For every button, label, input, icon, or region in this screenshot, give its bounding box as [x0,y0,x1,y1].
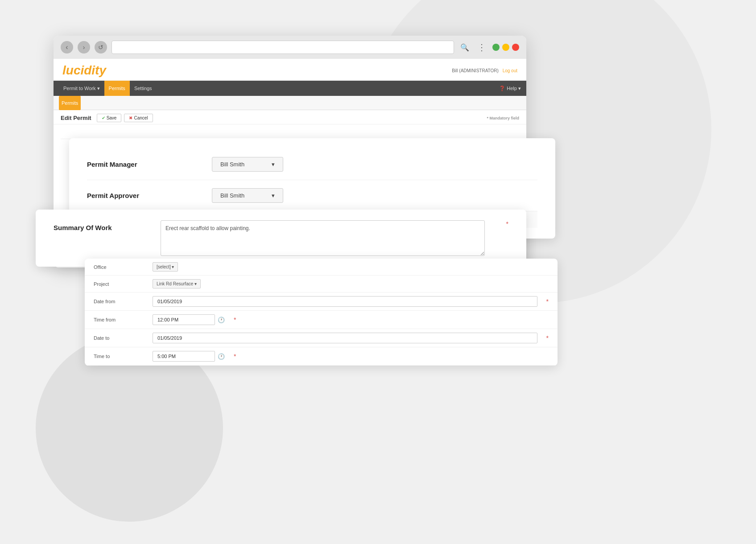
office-row: Office [select] ▾ [85,259,558,276]
nav-bar: Permit to Work ▾ Permits Settings ❓ Help… [54,81,526,96]
time-from-row: Time from 🕐 * [85,311,558,329]
time-from-required: * [234,316,236,323]
date-from-required: * [546,298,549,305]
office-label: Office [94,264,147,270]
time-to-label: Time to [94,354,147,359]
project-row: Project Link Rd Resurface ▾ [85,276,558,293]
permit-approver-label: Permit Approver [87,192,212,199]
browser-menu-icon[interactable]: ⋮ [475,41,488,54]
refresh-button[interactable]: ↺ [95,41,107,54]
forward-button[interactable]: › [78,41,90,54]
time-to-row: Time to 🕐 * [85,347,558,366]
browser-search-icon: 🔍 [459,41,471,54]
clock-icon-from: 🕐 [218,317,225,323]
office-dropdown[interactable]: [select] ▾ [153,262,178,272]
app-header: lucidity Bill (ADMINISTRATOR) Log out [54,59,526,81]
save-icon: ✔ [102,115,105,120]
office-control: [select] ▾ [153,262,549,272]
page-header: Edit Permit ✔ ✔ SaveSave ✖ Cancel * Mand… [54,110,526,124]
permit-manager-label: Permit Manager [87,161,212,168]
nav-item-permits[interactable]: Permits [104,81,130,96]
project-dropdown[interactable]: Link Rd Resurface ▾ [153,279,201,288]
maximize-button[interactable] [492,44,500,51]
permit-approver-row: Permit Approver Bill Smith ▾ [87,180,537,211]
permit-manager-value: Bill Smith [220,161,244,168]
date-to-input[interactable] [153,333,537,343]
summary-textarea[interactable]: Erect rear scaffold to allow painting. [161,220,485,256]
time-from-control: 🕐 [153,314,225,325]
sub-nav: Permits [54,96,526,110]
mandatory-note: * Mandatory field [487,116,519,120]
permit-manager-control: Bill Smith ▾ [212,157,537,172]
permit-approver-control: Bill Smith ▾ [212,188,537,203]
permit-approver-caret: ▾ [272,192,275,199]
cancel-icon: ✖ [129,115,132,120]
time-from-input[interactable] [153,314,215,325]
permit-manager-dropdown[interactable]: Bill Smith ▾ [212,157,283,172]
clock-icon-to: 🕐 [218,353,225,360]
time-to-required: * [234,353,236,360]
date-to-label: Date to [94,335,147,341]
project-control: Link Rd Resurface ▾ [153,279,549,288]
date-from-label: Date from [94,299,147,304]
address-bar[interactable] [112,41,454,54]
app-logo: lucidity [62,63,106,78]
date-to-required: * [546,334,549,342]
action-buttons: ✔ ✔ SaveSave ✖ Cancel [97,114,153,122]
nav-item-settings[interactable]: Settings [130,81,157,96]
time-to-input[interactable] [153,351,215,362]
logout-link[interactable]: Log out [503,68,517,73]
date-to-row: Date to * [85,329,558,347]
permit-manager-row: Permit Manager Bill Smith ▾ [87,149,537,180]
card-form-fields: Office [select] ▾ Project Link Rd Resurf… [85,259,558,366]
card-summary: Summary Of Work Erect rear scaffold to a… [36,210,526,267]
nav-help[interactable]: ❓ Help ▾ [499,86,521,91]
sub-nav-permits[interactable]: Permits [59,96,81,110]
permit-manager-row-inline [61,130,519,139]
back-button[interactable]: ‹ [61,41,73,54]
window-controls [492,44,519,51]
save-button[interactable]: ✔ ✔ SaveSave [97,114,122,122]
date-from-row: Date from * [85,293,558,311]
date-from-input[interactable] [153,296,537,307]
summary-label: Summary Of Work [54,220,143,231]
summary-required-star: * [506,220,508,227]
cancel-button[interactable]: ✖ Cancel [124,114,153,122]
time-from-label: Time from [94,317,147,322]
header-user-info: Bill (ADMINISTRATOR) Log out [452,68,517,73]
permit-manager-caret: ▾ [272,161,275,168]
time-to-control: 🕐 [153,351,225,362]
project-label: Project [94,281,147,287]
permit-approver-dropdown[interactable]: Bill Smith ▾ [212,188,283,203]
close-button[interactable] [512,44,519,51]
minimize-button[interactable] [502,44,509,51]
permit-approver-value: Bill Smith [220,192,244,199]
browser-chrome: ‹ › ↺ 🔍 ⋮ [54,36,526,59]
nav-item-permit-to-work[interactable]: Permit to Work ▾ [59,81,104,96]
page-title: Edit Permit [61,115,91,121]
